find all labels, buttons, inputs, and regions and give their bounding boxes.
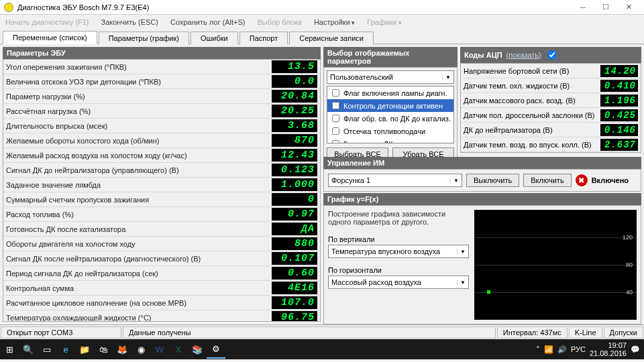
tab-variables[interactable]: Переменные (список) xyxy=(3,31,97,44)
param-value: 0 xyxy=(272,193,317,206)
param-row[interactable]: Расчитанное цикловое наполнение (на осно… xyxy=(3,296,320,310)
status-port: Открыт порт COM3 xyxy=(1,326,121,339)
selector-checklist[interactable]: Флаг включения лампы диагн.Контроль дето… xyxy=(327,86,454,143)
param-value: 0.123 xyxy=(272,164,317,176)
explorer-icon[interactable]: 📁 xyxy=(75,340,94,359)
tab-errors[interactable]: Ошибки xyxy=(191,32,238,44)
param-value: 20.84 xyxy=(272,90,317,103)
tray-network-icon[interactable]: 📶 xyxy=(544,345,553,354)
param-row[interactable]: Угол опережения зажигания (°ПКВ)13.5 xyxy=(3,60,320,74)
adc-header: Коды АЦП (показать) xyxy=(460,47,641,63)
checklist-item[interactable]: Готовность ДК до катализатора xyxy=(327,137,453,143)
taskbar[interactable]: ⊞ 🔍 ▭ e 📁 🛍 🦊 ◉ W X 📚 ⚙ ˄ 📶 🔊 РУС 19:07 … xyxy=(0,339,644,359)
checklist-checkbox[interactable] xyxy=(332,89,339,97)
tray-chevron-icon[interactable]: ˄ xyxy=(536,345,540,354)
adc-show-checkbox[interactable] xyxy=(548,51,556,59)
adc-row[interactable]: Датчик пол. дроссельной заслонки (В)0.42… xyxy=(461,108,641,123)
param-row[interactable]: Сигнал ДК после нейтрализатора (диагност… xyxy=(3,251,320,266)
adc-row[interactable]: Датчик темп. охл. жидкости (В)0.410 xyxy=(461,78,641,93)
param-value: 0.97 xyxy=(272,208,317,221)
param-row[interactable]: Желаемый расход воздуха на холостом ходу… xyxy=(3,148,320,163)
start-icon[interactable]: ⊞ xyxy=(0,340,19,359)
param-row[interactable]: Готовность ДК после катализатораДА xyxy=(3,222,320,237)
param-row[interactable]: Температура охлаждающей жидкости (°С)96.… xyxy=(3,310,320,322)
tray-notifications-icon[interactable]: 💬 xyxy=(631,345,640,354)
checklist-checkbox[interactable] xyxy=(332,102,339,109)
status-state: Данные получены xyxy=(123,326,496,339)
param-label: Температура охлаждающей жидкости (°С) xyxy=(6,314,272,322)
word-icon[interactable]: W xyxy=(150,340,169,359)
adc-row[interactable]: ДК до нейтрализатора (В)0.146 xyxy=(461,123,641,137)
menu-stop[interactable]: Закончить (ESC) xyxy=(101,18,158,26)
menu-save[interactable]: Сохранить лог (Alt+S) xyxy=(170,18,245,26)
tab-service[interactable]: Сервисные записи xyxy=(289,32,374,44)
checklist-checkbox[interactable] xyxy=(332,140,339,143)
param-value: 107.0 xyxy=(272,296,317,309)
app-taskbar-icon[interactable]: ⚙ xyxy=(207,340,225,359)
checklist-item[interactable]: Контроль детонации активен xyxy=(327,99,453,112)
param-row[interactable]: Расход топлива (%)0.97 xyxy=(3,207,320,222)
tab-params-graph[interactable]: Параметры (график) xyxy=(99,32,189,44)
excel-icon[interactable]: X xyxy=(169,340,188,359)
param-label: Параметр нагрузки (%) xyxy=(6,93,272,101)
status-tolerance: Допуски xyxy=(604,326,643,339)
graph-y-combo[interactable]: Температура впускного воздуха xyxy=(328,245,469,258)
param-label: Контрольная сумма xyxy=(6,284,272,292)
param-label: Желаемый расход воздуха на холостом ходу… xyxy=(6,152,272,160)
taskview-icon[interactable]: ▭ xyxy=(38,340,56,359)
adc-show-link[interactable]: (показать) xyxy=(506,51,541,59)
param-row[interactable]: Параметр нагрузки (%)20.84 xyxy=(3,89,320,104)
checklist-item[interactable]: Флаг включения лампы диагн. xyxy=(327,86,453,99)
param-row[interactable]: Величина отскока УОЗ при детонации (°ПКВ… xyxy=(3,74,320,89)
adc-row[interactable]: Напряжение бортовой сети (В)14.20 xyxy=(461,64,641,78)
ctrl-combo[interactable]: Форсунка 1 xyxy=(328,174,462,187)
selector-combo[interactable]: Пользовательский xyxy=(327,70,454,84)
checklist-checkbox[interactable] xyxy=(332,115,339,122)
param-row[interactable]: Заданное значение лямбда1.000 xyxy=(3,178,320,192)
winrar-icon[interactable]: 📚 xyxy=(188,340,207,359)
adc-row[interactable]: Датчик массового расх. возд. (В)1.196 xyxy=(461,93,641,108)
ctrl-off-button[interactable]: Выключить xyxy=(466,174,519,187)
checklist-item[interactable]: Отсечка топливоподачи xyxy=(327,125,453,137)
ctrl-on-button[interactable]: Включить xyxy=(523,174,571,187)
param-row[interactable]: Суммарный счетчик пропусков зажигания0 xyxy=(3,192,320,207)
graph-header: График y=F(x) xyxy=(323,193,641,205)
param-value: 870 xyxy=(272,134,317,147)
param-value: 13.5 xyxy=(272,60,317,73)
adc-label: ДК до нейтрализатора (В) xyxy=(464,126,600,134)
maximize-button[interactable]: ☐ xyxy=(594,1,617,14)
adc-value: 0.410 xyxy=(600,80,638,92)
adc-value: 2.637 xyxy=(600,139,638,151)
ctrl-stop-icon[interactable]: ✖ xyxy=(576,174,588,186)
param-label: Суммарный счетчик пропусков зажигания xyxy=(6,196,272,204)
edge-icon[interactable]: e xyxy=(56,340,75,359)
param-row[interactable]: Контрольная сумма4E16 xyxy=(3,281,320,296)
graph-plot[interactable]: 120 80 40 xyxy=(474,210,637,320)
param-row[interactable]: Сигнал ДК до нейтрализатора (управляющег… xyxy=(3,163,320,178)
menu-settings[interactable]: Настройки xyxy=(314,18,355,26)
param-row[interactable]: Длительность впрыска (мсек)3.68 xyxy=(3,119,320,133)
chrome-icon[interactable]: ◉ xyxy=(131,340,150,359)
adc-row[interactable]: Датчик темп. возд. во впуск. колл. (В)2.… xyxy=(461,137,641,152)
param-label: Сигнал ДК после нейтрализатора (диагност… xyxy=(6,255,272,263)
tray-volume-icon[interactable]: 🔊 xyxy=(557,345,567,354)
checklist-item[interactable]: Флаг обр. св. по ДК до катализ. xyxy=(327,112,453,125)
param-row[interactable]: Желаемые обороты холостого хода (об/мин)… xyxy=(3,133,320,148)
tray-clock[interactable]: 19:07 21.08.2016 xyxy=(590,341,627,357)
tray-lang[interactable]: РУС xyxy=(571,345,586,353)
param-row[interactable]: Обороты двигателя на холостом ходу880 xyxy=(3,237,320,251)
app-icon xyxy=(4,3,13,12)
param-label: Период сигнала ДК до нейтрализатора (сек… xyxy=(6,269,272,278)
close-button[interactable]: ✕ xyxy=(617,1,640,14)
graph-x-combo[interactable]: Массовый расход воздуха xyxy=(328,276,469,289)
param-row[interactable]: Рассчётная нагрузка (%)20.25 xyxy=(3,104,320,119)
firefox-icon[interactable]: 🦊 xyxy=(113,340,131,359)
store-icon[interactable]: 🛍 xyxy=(94,340,113,359)
checklist-checkbox[interactable] xyxy=(332,127,339,135)
search-icon[interactable]: 🔍 xyxy=(19,340,38,359)
param-row[interactable]: Период сигнала ДК до нейтрализатора (сек… xyxy=(3,266,320,281)
minimize-button[interactable]: ─ xyxy=(572,1,594,14)
param-value: 0.0 xyxy=(272,75,317,88)
tab-passport[interactable]: Паспорт xyxy=(239,32,288,44)
tabbar: Переменные (список) Параметры (график) О… xyxy=(0,29,644,44)
